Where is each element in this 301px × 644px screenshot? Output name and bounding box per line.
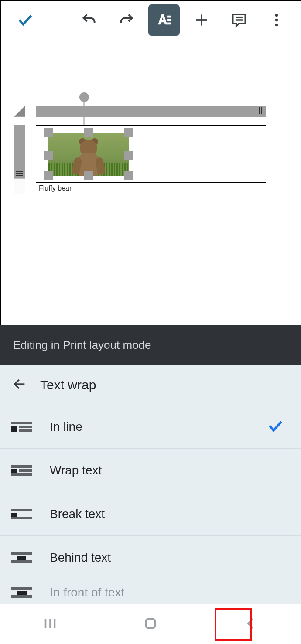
- wrap-option-wrap[interactable]: Wrap text: [0, 449, 301, 492]
- svg-rect-14: [146, 619, 155, 628]
- option-label: Break text: [50, 507, 289, 521]
- wrap-option-infront[interactable]: In front of text: [0, 579, 301, 604]
- option-label: Behind text: [50, 551, 289, 565]
- arrow-left-icon: [12, 377, 27, 392]
- option-label: In front of text: [50, 586, 289, 600]
- editor-toolbar: [1, 1, 301, 39]
- svg-rect-1: [168, 19, 171, 20]
- wrap-icon: [12, 465, 31, 476]
- wrap-option-inline[interactable]: In line: [0, 405, 301, 449]
- undo-icon: [81, 12, 97, 28]
- text-wrap-sheet: Text wrap In line Wrap text Break text B…: [0, 365, 301, 604]
- selected-check: [267, 417, 284, 436]
- checkmark-icon: [17, 11, 34, 29]
- sheet-title: Text wrap: [40, 378, 96, 392]
- option-label: Wrap text: [50, 463, 289, 477]
- overflow-menu-button[interactable]: [261, 4, 292, 36]
- more-vert-icon: [268, 12, 285, 28]
- nav-recents-button[interactable]: [42, 616, 58, 633]
- layout-mode-toast: Editing in Print layout mode: [0, 325, 301, 365]
- nav-back-button[interactable]: [243, 616, 259, 633]
- redo-button[interactable]: [111, 4, 142, 36]
- resize-handle-mr[interactable]: [124, 151, 133, 160]
- text-format-icon: [156, 12, 172, 28]
- break-icon: [12, 509, 31, 519]
- back-icon: [243, 616, 259, 631]
- insert-button[interactable]: [186, 4, 217, 36]
- text-cursor: [134, 130, 134, 178]
- selected-image[interactable]: [45, 129, 132, 179]
- behind-icon: [12, 552, 31, 563]
- resize-handle-bl[interactable]: [44, 171, 53, 180]
- svg-rect-0: [168, 16, 171, 17]
- system-navbar: [0, 604, 301, 644]
- wrap-option-behind[interactable]: Behind text: [0, 536, 301, 579]
- resize-handle-tr[interactable]: [124, 128, 133, 137]
- ruler-corner: [14, 106, 25, 117]
- horizontal-ruler[interactable]: [36, 106, 266, 117]
- wrap-option-break[interactable]: Break text: [0, 492, 301, 536]
- indent-handle[interactable]: [79, 92, 89, 102]
- redo-icon: [118, 12, 135, 28]
- accept-button[interactable]: [10, 4, 41, 36]
- sheet-header: Text wrap: [0, 365, 301, 405]
- vertical-ruler[interactable]: [14, 125, 25, 178]
- svg-point-9: [275, 23, 278, 26]
- toast-text: Editing in Print layout mode: [13, 338, 151, 352]
- check-icon: [267, 417, 284, 435]
- recents-icon: [42, 616, 58, 631]
- inline-icon: [12, 422, 31, 432]
- resize-handle-ml[interactable]: [44, 151, 53, 160]
- resize-handle-tm[interactable]: [84, 128, 93, 137]
- resize-handle-bm[interactable]: [84, 171, 93, 180]
- undo-button[interactable]: [73, 4, 105, 36]
- document-canvas[interactable]: Fluffy bear: [1, 39, 301, 325]
- svg-point-7: [275, 14, 278, 16]
- image-content: [48, 133, 129, 176]
- resize-handle-tl[interactable]: [44, 128, 53, 137]
- plus-icon: [193, 12, 210, 28]
- resize-handle-br[interactable]: [124, 171, 133, 180]
- document-page[interactable]: Fluffy bear: [36, 125, 266, 194]
- svg-rect-2: [168, 23, 171, 24]
- home-icon: [143, 616, 158, 631]
- comment-icon: [231, 12, 247, 28]
- nav-home-button[interactable]: [143, 616, 158, 633]
- text-format-button[interactable]: [148, 4, 180, 36]
- image-caption[interactable]: Fluffy bear: [36, 182, 266, 194]
- comment-button[interactable]: [223, 4, 255, 36]
- svg-point-8: [275, 18, 278, 21]
- option-label: In line: [50, 420, 249, 434]
- infront-icon: [12, 587, 31, 598]
- sheet-back-button[interactable]: [12, 377, 27, 393]
- vertical-ruler-extension: [14, 178, 25, 194]
